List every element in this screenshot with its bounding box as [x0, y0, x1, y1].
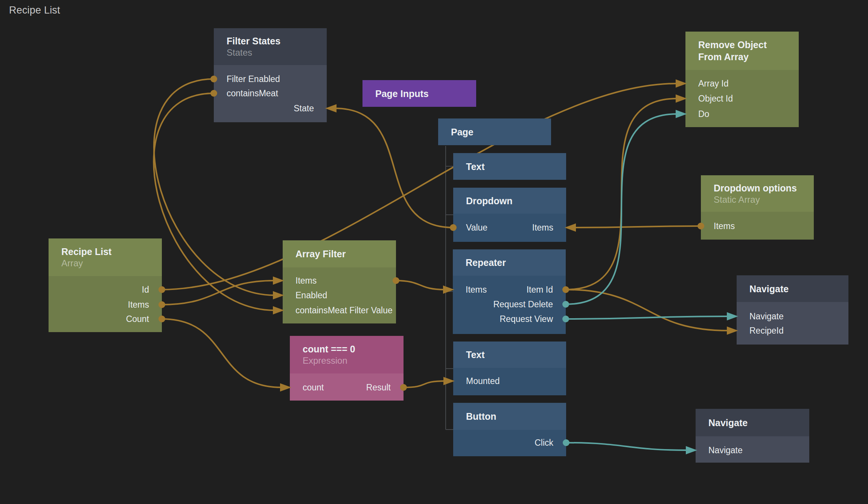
port-click[interactable]: Click: [535, 439, 553, 447]
port-items[interactable]: Items: [128, 301, 149, 309]
node-title: Page: [451, 126, 538, 138]
wire-dropdown-options.items-to-dropdown.items[interactable]: [574, 226, 701, 228]
node-header[interactable]: Page Inputs: [362, 80, 476, 107]
node-header[interactable]: Array Filter: [283, 240, 396, 267]
node-title: Text: [466, 349, 553, 361]
node-dropdown-options[interactable]: Dropdown optionsStatic ArrayItems: [701, 175, 814, 240]
wire-filter-states.contains-meat-to-array-filter.contains-meat-filter-value[interactable]: [154, 93, 274, 310]
port-items[interactable]: Items: [466, 285, 487, 294]
node-title: Filter States: [227, 35, 314, 47]
node-expression[interactable]: count === 0ExpressioncountResult: [290, 336, 404, 401]
node-header[interactable]: Filter StatesStates: [214, 28, 327, 65]
node-title: Button: [466, 410, 553, 422]
node-header[interactable]: Text: [453, 342, 566, 368]
port-do[interactable]: Do: [698, 110, 709, 118]
node-header[interactable]: Page: [438, 118, 551, 145]
port-id[interactable]: Id: [142, 285, 149, 294]
port-object-id[interactable]: Object Id: [698, 94, 733, 103]
node-array-filter[interactable]: Array FilterItemsEnabledcontainsMeat Fil…: [283, 240, 396, 323]
wire-expression.result-to-text-2.mounted[interactable]: [404, 381, 445, 387]
port-items[interactable]: Items: [714, 222, 735, 231]
wire-recipe-list.count-to-expression.count[interactable]: [162, 319, 282, 387]
wire-repeater.request-view-to-navigate-1.navigate[interactable]: [566, 316, 728, 319]
node-navigate-1[interactable]: NavigateNavigateRecipeId: [737, 275, 848, 345]
node-text-2[interactable]: TextMounted: [453, 342, 566, 395]
wire-array-filter.items-out-to-repeater.items[interactable]: [396, 281, 445, 290]
node-header[interactable]: Navigate: [737, 275, 848, 302]
port-array-id[interactable]: Array Id: [698, 79, 729, 88]
node-header[interactable]: Dropdown optionsStatic Array: [701, 175, 814, 212]
node-subtitle: Array: [61, 258, 149, 269]
wire-repeater.item-id-to-navigate-1.recipe-id[interactable]: [566, 290, 728, 331]
node-title: Text: [466, 161, 553, 173]
node-recipe-list[interactable]: Recipe ListArrayIdItemsCount: [49, 238, 162, 332]
node-navigate-2[interactable]: NavigateNavigate: [696, 409, 809, 463]
node-title: Dropdown options: [714, 182, 801, 194]
node-remove-object[interactable]: Remove Object From ArrayArray IdObject I…: [685, 32, 799, 127]
node-title: Page Inputs: [375, 88, 463, 100]
node-button[interactable]: ButtonClick: [453, 403, 566, 456]
port-recipe-id[interactable]: RecipeId: [749, 326, 784, 335]
node-subtitle: Static Array: [714, 194, 801, 205]
wire-button.click-to-navigate-2.navigate[interactable]: [566, 443, 687, 450]
node-header[interactable]: Button: [453, 403, 566, 430]
node-header[interactable]: Dropdown: [453, 188, 566, 214]
node-title: Array Filter: [295, 248, 383, 260]
node-title: Dropdown: [466, 195, 553, 207]
node-header[interactable]: Repeater: [453, 249, 566, 276]
node-page[interactable]: Page: [438, 118, 551, 145]
node-subtitle: States: [227, 47, 314, 58]
port-navigate[interactable]: Navigate: [708, 446, 743, 455]
port-mounted[interactable]: Mounted: [466, 377, 500, 386]
node-text-1[interactable]: Text: [453, 153, 566, 180]
node-graph-canvas[interactable]: Recipe List Filter StatesStatesFilter En…: [0, 0, 868, 504]
node-title: Remove Object From Array: [698, 39, 786, 63]
port-contains-meat[interactable]: containsMeat: [227, 89, 278, 98]
wire-dropdown.value-to-filter-states.state[interactable]: [335, 108, 453, 228]
node-header[interactable]: Navigate: [696, 409, 809, 436]
port-value[interactable]: Value: [466, 223, 487, 232]
node-header[interactable]: Remove Object From Array: [685, 32, 799, 70]
port-enabled[interactable]: Enabled: [295, 291, 327, 300]
port-count[interactable]: count: [303, 383, 324, 392]
node-dropdown[interactable]: DropdownValueItems: [453, 188, 566, 242]
node-header[interactable]: count === 0Expression: [290, 336, 404, 373]
port-result[interactable]: Result: [366, 383, 391, 392]
port-items[interactable]: Items: [295, 276, 317, 285]
port-state[interactable]: State: [294, 104, 314, 113]
node-title: Navigate: [749, 283, 836, 295]
page-title: Recipe List: [9, 5, 60, 16]
wire-recipe-list.items-to-array-filter.items[interactable]: [162, 281, 274, 305]
node-page-inputs[interactable]: Page Inputs: [362, 80, 476, 107]
node-filter-states[interactable]: Filter StatesStatesFilter Enabledcontain…: [214, 28, 327, 122]
node-subtitle: Expression: [303, 355, 391, 366]
node-title: Recipe List: [61, 246, 149, 258]
node-repeater[interactable]: RepeaterItemsItem IdRequest DeleteReques…: [453, 249, 566, 334]
port-navigate[interactable]: Navigate: [749, 312, 784, 321]
node-title: Navigate: [708, 417, 796, 429]
node-header[interactable]: Recipe ListArray: [49, 238, 162, 276]
node-header[interactable]: Text: [453, 153, 566, 180]
port-items[interactable]: Items: [532, 223, 553, 232]
wire-repeater.request-delete-to-remove-object.do[interactable]: [566, 114, 677, 304]
port-filter-enabled[interactable]: Filter Enabled: [227, 75, 280, 83]
port-item-id[interactable]: Item Id: [527, 285, 553, 294]
port-request-view[interactable]: Request View: [500, 315, 553, 323]
port-contains-meat-filter-value[interactable]: containsMeat Filter Value: [295, 306, 393, 315]
port-count[interactable]: Count: [126, 315, 149, 323]
node-title: count === 0: [303, 343, 391, 355]
port-request-delete[interactable]: Request Delete: [493, 300, 553, 309]
node-title: Repeater: [466, 257, 553, 269]
